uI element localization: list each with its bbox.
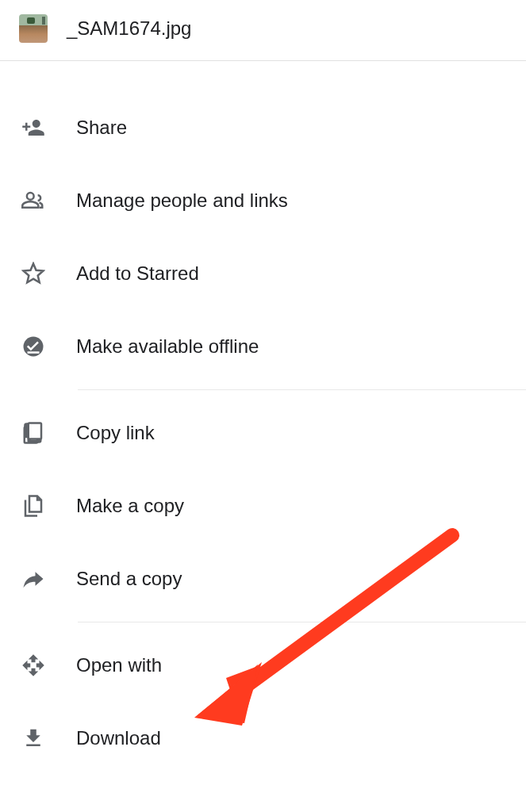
svg-rect-3: [29, 423, 41, 439]
share-label: Share: [76, 117, 127, 139]
available-offline-item[interactable]: Make available offline: [0, 310, 526, 383]
make-copy-item[interactable]: Make a copy: [0, 469, 526, 542]
section-divider-1: [78, 389, 526, 390]
open-with-icon: [19, 651, 48, 680]
file-header: _SAM1674.jpg: [0, 0, 526, 60]
star-icon: [19, 259, 48, 288]
file-thumbnail: [19, 14, 48, 43]
person-add-icon: [19, 113, 48, 142]
open-with-item[interactable]: Open with: [0, 629, 526, 702]
context-menu: Share Manage people and links Add to Sta…: [0, 61, 526, 775]
send-arrow-icon: [19, 565, 48, 593]
open-with-label: Open with: [76, 654, 162, 676]
share-item[interactable]: Share: [0, 91, 526, 164]
copy-link-item[interactable]: Copy link: [0, 396, 526, 469]
file-name: _SAM1674.jpg: [67, 17, 191, 40]
send-copy-item[interactable]: Send a copy: [0, 542, 526, 615]
manage-people-label: Manage people and links: [76, 190, 288, 212]
download-icon: [19, 724, 48, 753]
svg-rect-1: [28, 351, 40, 354]
add-starred-label: Add to Starred: [76, 262, 199, 285]
offline-check-icon: [19, 332, 48, 361]
copy-link-icon: [19, 419, 48, 447]
manage-people-item[interactable]: Manage people and links: [0, 164, 526, 237]
copy-link-label: Copy link: [76, 422, 155, 444]
file-copy-icon: [19, 492, 48, 520]
download-label: Download: [76, 727, 161, 749]
send-copy-label: Send a copy: [76, 568, 182, 590]
available-offline-label: Make available offline: [76, 335, 259, 358]
section-divider-2: [78, 622, 526, 622]
people-icon: [19, 186, 48, 215]
download-item[interactable]: Download: [0, 702, 526, 775]
make-copy-label: Make a copy: [76, 495, 184, 517]
add-starred-item[interactable]: Add to Starred: [0, 237, 526, 310]
